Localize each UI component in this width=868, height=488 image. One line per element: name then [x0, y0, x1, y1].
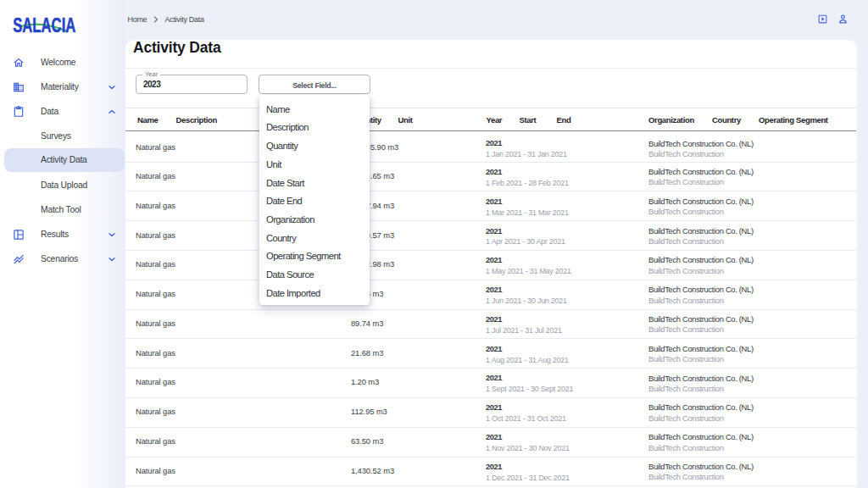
svg-text:SALACIA: SALACIA — [13, 14, 75, 36]
